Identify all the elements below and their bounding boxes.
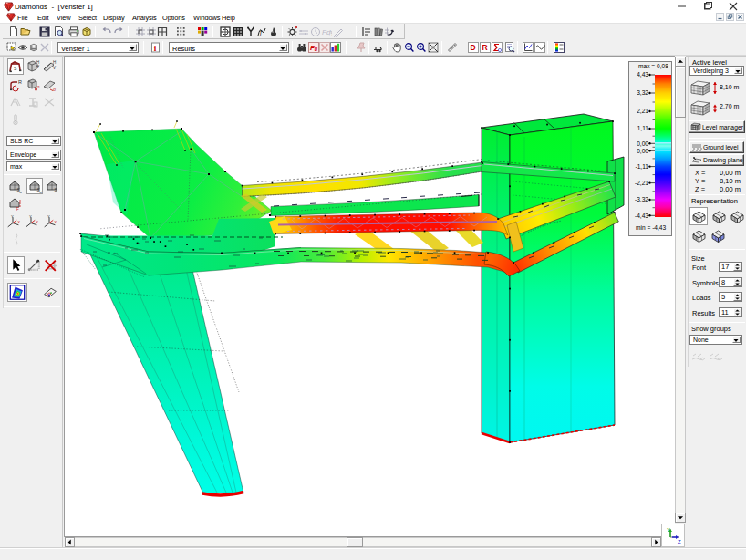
- svg-text:Y: Y: [47, 214, 50, 219]
- svg-text:Y: Y: [11, 214, 14, 219]
- svg-text:Y: Y: [29, 214, 32, 219]
- svg-text:S: S: [14, 66, 17, 71]
- svg-text:F: F: [16, 207, 19, 212]
- svg-text:S: S: [55, 187, 58, 192]
- svg-text:σ: σ: [53, 87, 57, 92]
- svg-text:X: X: [36, 220, 38, 224]
- svg-text:X: X: [17, 220, 20, 224]
- svg-text:H: H: [53, 60, 56, 65]
- svg-text:σ: σ: [37, 84, 41, 89]
- svg-text:g: g: [20, 190, 22, 194]
- svg-text:R: R: [482, 43, 488, 52]
- svg-text:V: V: [53, 66, 56, 70]
- svg-text:Z: Z: [678, 539, 681, 544]
- svg-text:X: X: [54, 220, 57, 224]
- svg-text:D: D: [471, 43, 476, 52]
- svg-text:R: R: [18, 79, 22, 85]
- svg-text:Fᵤ: Fᵤ: [310, 44, 317, 52]
- svg-text:g': g': [40, 190, 43, 194]
